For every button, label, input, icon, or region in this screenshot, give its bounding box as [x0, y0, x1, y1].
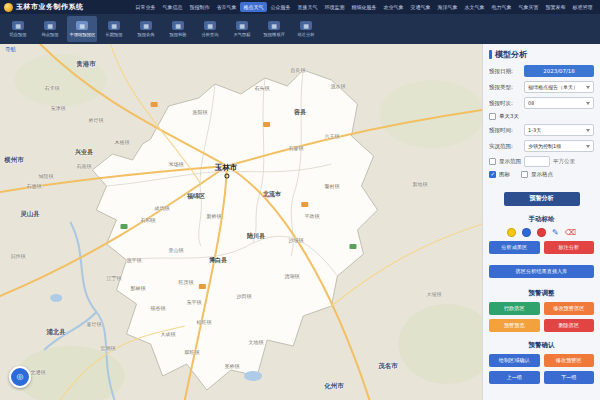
- icon-label: 图标: [499, 171, 510, 178]
- chevron-down-icon: [586, 129, 590, 132]
- map-label-town: 自良镇: [291, 67, 306, 73]
- title-accent-bar: [489, 50, 492, 59]
- map-label-town: 浪平镇: [127, 257, 142, 263]
- map-label-town: 黎村镇: [325, 183, 340, 189]
- map-label-city: 浦北县: [46, 328, 66, 337]
- topmenu-item-4[interactable]: 格点天气: [240, 2, 267, 12]
- analysis-panel: 模型分析 预报日期: 2023/07/18 预报类型: 福绵格点报告（单天） 预…: [482, 44, 600, 400]
- map-label-county: 北流市: [263, 190, 281, 199]
- map-label-town: 成均镇: [155, 205, 170, 211]
- tab-4[interactable]: ▦预报会商: [131, 16, 161, 42]
- marker-yellow[interactable]: [507, 228, 516, 237]
- confirm-drawn-area-button[interactable]: 绘制区域确认: [489, 354, 540, 367]
- forecast-hour-select[interactable]: 08: [524, 97, 594, 109]
- map-label-town: 双旺镇: [185, 349, 200, 355]
- show-area-checkbox[interactable]: [489, 158, 496, 165]
- admin-area-button[interactable]: 行政落区: [489, 302, 540, 315]
- topmenu-item-9[interactable]: 农业气象: [380, 2, 407, 12]
- show-grid-label: 显示格点: [531, 171, 553, 178]
- map-label-city: 茂名市: [378, 362, 398, 371]
- topmenu-item-6[interactable]: 直播天气: [294, 2, 321, 12]
- topmenu-item-15[interactable]: 预警发布: [542, 2, 569, 12]
- topmenu-item-16[interactable]: 标准管理: [569, 2, 596, 12]
- adjust-buttons-row2: 预警预览删除落区: [489, 319, 594, 332]
- map-nav-link[interactable]: 导航: [5, 46, 16, 53]
- tab-3[interactable]: ▦长期预报: [99, 16, 129, 42]
- topmenu-item-12[interactable]: 水文气象: [461, 2, 488, 12]
- map-label-town: 新地镇: [413, 181, 428, 187]
- map-label-city: 贵港市: [76, 60, 96, 69]
- delete-area-button[interactable]: 删除落区: [544, 319, 595, 332]
- tab-grid-icon: ▦: [268, 21, 280, 30]
- topmenu-item-5[interactable]: 公众服务: [267, 2, 294, 12]
- map-label-town: 大坡镇: [427, 291, 442, 297]
- tab-grid-icon: ▦: [12, 21, 24, 30]
- map-canvas[interactable]: 贵港市横州市灵山县浦北县茂名市化州市玉林市兴业县容县北流市陆川县博白县福绵区石卡…: [0, 44, 482, 400]
- period-label: 预报时间:: [489, 127, 521, 134]
- confirm-section-title: 预警确认: [489, 341, 594, 350]
- pen-tool-icon[interactable]: ✎: [552, 228, 559, 237]
- tab-1[interactable]: ▦格点预报: [35, 16, 65, 42]
- single-day-checkbox[interactable]: [489, 113, 496, 120]
- brand: 玉林市业务制作系统: [4, 2, 84, 12]
- date-picker-button[interactable]: 2023/07/18: [524, 65, 594, 77]
- warning-analysis-button[interactable]: 预警分析: [504, 192, 580, 206]
- panel-title-row: 模型分析: [489, 49, 594, 60]
- modify-warning-button[interactable]: 修改预警区: [544, 354, 595, 367]
- map-label-city: 横州市: [4, 156, 24, 165]
- marker-red[interactable]: [537, 228, 546, 237]
- tab-6[interactable]: ▦分析查询: [195, 16, 225, 42]
- topmenu-item-0[interactable]: 日常业务: [132, 2, 159, 12]
- analysis-result-button[interactable]: 分析成果区: [489, 241, 540, 254]
- map-label-town: 浪水镇: [331, 83, 346, 89]
- topmenu-item-13[interactable]: 电力气象: [488, 2, 515, 12]
- save-to-database-button[interactable]: 落区分析结果直接入库: [489, 265, 594, 278]
- map-label-town: 旧州镇: [11, 253, 26, 259]
- map-label-town: 官垌镇: [101, 345, 116, 351]
- topmenu-item-3[interactable]: 省市气象: [213, 2, 240, 12]
- topmenu-item-11[interactable]: 海洋气象: [434, 2, 461, 12]
- tab-2[interactable]: ▦中国陆预报区: [67, 16, 97, 42]
- warning-preview-button[interactable]: 预警预览: [489, 319, 540, 332]
- prev-group-button[interactable]: 上一组: [489, 371, 540, 384]
- confirm-buttons-row2: 上一组下一组: [489, 371, 594, 384]
- chevron-down-icon: [586, 86, 590, 89]
- eraser-tool-icon[interactable]: ⌫: [565, 228, 576, 237]
- tab-label: 格点预报: [41, 32, 58, 37]
- map-labels: 贵港市横州市灵山县浦北县茂名市化州市玉林市兴业县容县北流市陆川县博白县福绵区石卡…: [0, 44, 482, 400]
- marker-blue[interactable]: [522, 228, 531, 237]
- modify-warning-area-button[interactable]: 修改预警落区: [544, 302, 595, 315]
- topmenu-item-1[interactable]: 气象信息: [159, 2, 186, 12]
- tab-8[interactable]: ▦预报模板库: [259, 16, 289, 42]
- topmenu-item-10[interactable]: 交通气象: [407, 2, 434, 12]
- tab-grid-icon: ▦: [108, 21, 120, 30]
- compass-button[interactable]: ◎: [9, 366, 31, 388]
- tab-9[interactable]: ▦临近分析: [291, 16, 321, 42]
- range-select[interactable]: 乡镇为控制1级: [524, 140, 594, 152]
- area-value-input[interactable]: [524, 156, 550, 167]
- tab-0[interactable]: ▦组合预报: [3, 16, 33, 42]
- single-day-label: 单天3天: [499, 113, 519, 120]
- chevron-down-icon: [586, 145, 590, 148]
- hour-label: 预报时次:: [489, 100, 521, 107]
- map-label-town: 旺茂镇: [179, 279, 194, 285]
- next-group-button[interactable]: 下一组: [544, 371, 595, 384]
- tab-5[interactable]: ▦预报检验: [163, 16, 193, 42]
- tab-bar: ▦组合预报▦格点预报▦中国陆预报区▦长期预报▦预报会商▦预报检验▦分析查询▦天气…: [0, 14, 600, 44]
- map-label-town: 石和镇: [141, 217, 156, 223]
- topmenu-item-14[interactable]: 气象灾害: [515, 2, 542, 12]
- topmenu-item-8[interactable]: 精细化服务: [348, 2, 380, 12]
- map-label-county: 博白县: [209, 256, 227, 265]
- forecast-type-select[interactable]: 福绵格点报告（单天）: [524, 81, 594, 93]
- forecast-period-select[interactable]: 1-3天: [524, 124, 594, 136]
- date-label: 预报日期:: [489, 68, 521, 75]
- icon-checkbox[interactable]: [489, 171, 496, 178]
- annotate-analysis-button[interactable]: 标注分析: [544, 241, 595, 254]
- tab-7[interactable]: ▦天气图标: [227, 16, 257, 42]
- panel-title: 模型分析: [495, 49, 527, 60]
- draw-section-title: 手动标绘: [489, 215, 594, 224]
- topmenu-item-7[interactable]: 环境监测: [321, 2, 348, 12]
- show-grid-checkbox[interactable]: [521, 171, 528, 178]
- topmenu-item-2[interactable]: 预报制作: [186, 2, 213, 12]
- draw-tools: ✎ ⌫: [489, 228, 594, 237]
